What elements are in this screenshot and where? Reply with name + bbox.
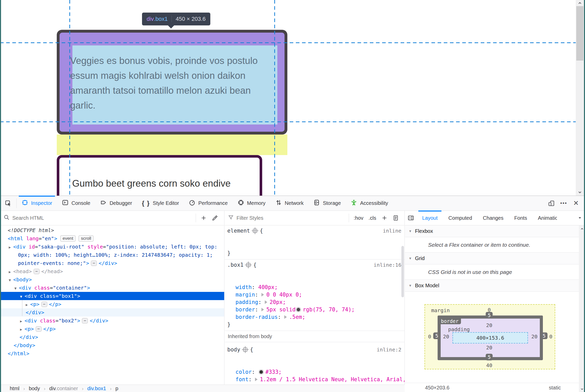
markup-row-doctype[interactable]: <!DOCTYPE html>: [0, 226, 224, 234]
declaration-border[interactable]: border: 5px solidrgb(75, 70, 74);: [225, 306, 404, 313]
print-media-simulation-icon[interactable]: [390, 212, 401, 224]
rule-source-link[interactable]: inline:16: [374, 261, 401, 269]
box-model-section-header[interactable]: ▼ Box Model: [405, 280, 579, 292]
close-devtools-button[interactable]: ✕: [571, 198, 581, 209]
declaration-font[interactable]: font: 1.2em / 1.5 Helvetica Neue, Helvet…: [225, 376, 404, 383]
tab-style-editor[interactable]: { } Style Editor: [137, 196, 184, 211]
margin-left-value[interactable]: 0: [428, 333, 431, 340]
padding-right-value[interactable]: 20: [531, 333, 537, 340]
section-title: Flexbox: [415, 228, 433, 234]
rule-source-link[interactable]: inline:2: [377, 346, 401, 353]
filter-separator: [349, 214, 349, 222]
code-token: ;: [275, 284, 278, 290]
markup-row-close-html[interactable]: </html>: [0, 349, 224, 358]
responsive-design-mode-button[interactable]: [546, 198, 557, 209]
tab-performance[interactable]: Performance: [184, 196, 233, 211]
markup-row-saka-gui-root[interactable]: ▶<div id="saka-gui-root" style="position…: [0, 243, 224, 251]
tab-console[interactable]: Console: [57, 196, 95, 211]
rule-selector-line[interactable]: element{ inline: [225, 227, 404, 250]
code-token: <div: [19, 285, 34, 291]
margin-right-value[interactable]: 0: [549, 333, 552, 340]
code-token: border: [235, 307, 255, 313]
scrollbar-down-icon[interactable]: [576, 189, 584, 195]
markup-row-head[interactable]: ▶<head>⋯</head>: [0, 267, 224, 275]
declaration-padding[interactable]: padding: 20px;: [225, 299, 404, 306]
breadcrumb-item-html[interactable]: html: [10, 386, 20, 391]
tab-changes[interactable]: Changes: [477, 211, 509, 225]
padding-bottom-value[interactable]: 20: [486, 345, 492, 351]
markup-row-close-div-box1[interactable]: </div>: [0, 308, 224, 317]
toggle-classes-button[interactable]: .cls: [366, 215, 379, 221]
scrollbar-up-icon[interactable]: [576, 0, 584, 6]
breadcrumb-item-p[interactable]: p: [115, 386, 118, 391]
add-rule-button[interactable]: [379, 212, 390, 224]
tab-inspector[interactable]: Inspector: [17, 196, 57, 211]
toggle-hover-pseudo-button[interactable]: :hov: [351, 215, 366, 221]
tab-computed[interactable]: Computed: [443, 211, 477, 225]
scrollbar-thumb[interactable]: [576, 6, 583, 61]
grid-section-header[interactable]: ▼ Grid: [405, 253, 579, 264]
rule-source-link[interactable]: inline: [383, 227, 401, 235]
highlight-selector-icon[interactable]: [246, 263, 250, 267]
padding-left-value[interactable]: 20: [443, 333, 449, 340]
breadcrumb-separator: ›: [44, 386, 45, 391]
brace-open: {: [250, 347, 253, 353]
add-node-button[interactable]: [198, 212, 209, 224]
markup-row-div-container[interactable]: ▼<div class="container">: [0, 284, 224, 292]
declaration-width[interactable]: width: 400px;: [225, 284, 404, 291]
tab-layout[interactable]: Layout: [417, 211, 443, 225]
border-top-value[interactable]: 5: [486, 312, 493, 319]
markup-row-div-box1-selected[interactable]: ▼<div class="box1">: [0, 292, 224, 300]
declaration-border-radius[interactable]: border-radius: .5em;: [225, 313, 404, 321]
markup-row-body[interactable]: ▼<body>: [0, 275, 224, 284]
breadcrumb-item-div-container[interactable]: div.container: [49, 386, 78, 391]
filter-styles-input[interactable]: [237, 215, 347, 221]
page-scrollbar[interactable]: [576, 0, 584, 196]
sidebar-expand-icon[interactable]: [405, 211, 417, 225]
highlight-selector-icon[interactable]: [243, 348, 247, 352]
markup-row-close-div-container[interactable]: </div>: [0, 333, 224, 341]
border-bottom-value[interactable]: 5: [486, 354, 493, 360]
markup-row-html[interactable]: <html lang="en">eventscroll: [0, 234, 224, 243]
border-left-value[interactable]: 5: [433, 332, 440, 339]
padding-top-value[interactable]: 20: [486, 322, 492, 328]
tab-memory[interactable]: Memory: [233, 196, 270, 211]
declaration-color[interactable]: color: #333;: [225, 368, 404, 376]
markup-row-p[interactable]: ▶<p>⋯</p>: [0, 300, 224, 308]
search-html-input[interactable]: [12, 215, 194, 221]
tab-accessibility[interactable]: Accessibility: [346, 196, 393, 211]
devtools-menu-button[interactable]: •••: [558, 198, 569, 209]
tab-network[interactable]: Network: [270, 196, 308, 211]
eyedropper-icon[interactable]: [209, 212, 221, 224]
markup-row-div-box2[interactable]: ▶<div class="box2">⋯</div>: [0, 317, 224, 325]
rule-selector-line[interactable]: .box1{ inline:16: [225, 261, 404, 284]
code-token: 1.2em / 1.5 Helvetica Neue, Helvetica, A…: [260, 376, 404, 383]
code-token: 0px; width: 100%; height…100%; z-index: …: [18, 252, 213, 258]
collapse-arrow-icon: ▼: [409, 229, 412, 233]
declaration-margin[interactable]: margin: 0 0 40px 0;: [225, 291, 404, 299]
tab-storage[interactable]: Storage: [308, 196, 346, 211]
rules-scrollbar-thumb[interactable]: [401, 246, 404, 297]
flexbox-section-header[interactable]: ▼ Flexbox: [405, 225, 579, 237]
rule-selector-line[interactable]: body{ inline:2: [225, 344, 404, 368]
tab-animations[interactable]: Animations: [532, 211, 557, 225]
code-token: [255, 378, 258, 381]
markup-row-p2[interactable]: ▶<p>⋯</p>: [0, 325, 224, 333]
code-token: rgb(75, 70, 74): [303, 307, 352, 313]
highlight-selector-icon[interactable]: [253, 229, 257, 233]
code-token: width: [235, 284, 252, 290]
markup-row-saka-wrap1[interactable]: 0px; width: 100%; height…100%; z-index: …: [0, 251, 224, 259]
breadcrumb-item-div-box1-active[interactable]: div.box1: [87, 386, 106, 391]
tab-fonts[interactable]: Fonts: [509, 211, 532, 225]
markup-row-saka-wrap2[interactable]: pointer-events: none;">⋯</div>: [0, 259, 224, 267]
tab-debugger[interactable]: Debugger: [95, 196, 137, 211]
border-right-value[interactable]: 5: [541, 332, 548, 339]
node-picker-button[interactable]: [0, 196, 16, 211]
breadcrumb-item-body[interactable]: body: [29, 386, 40, 391]
markup-row-close-body[interactable]: </body>: [0, 341, 224, 349]
memory-icon: [238, 199, 244, 207]
margin-bottom-value[interactable]: 40: [486, 362, 492, 368]
sidebar-tabs-overflow-icon[interactable]: [575, 216, 585, 220]
content-box[interactable]: 400×153.6: [452, 332, 528, 343]
box-model-footer: 450×203.6 static: [405, 383, 579, 392]
